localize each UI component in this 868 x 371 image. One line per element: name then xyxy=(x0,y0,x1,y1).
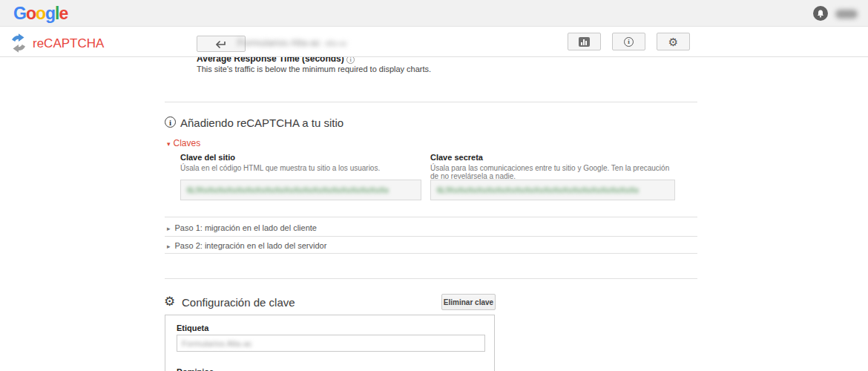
gear-icon: ⚙ xyxy=(164,295,175,308)
recaptcha-wordmark[interactable]: reCAPTCHA xyxy=(33,36,104,51)
step-2-label: Paso 2: integración en el lado del servi… xyxy=(175,241,327,250)
keys-toggle-label: Claves xyxy=(174,138,201,148)
divider xyxy=(165,278,697,279)
divider xyxy=(165,236,697,237)
user-avatar[interactable] xyxy=(835,10,858,19)
google-logo[interactable]: Google xyxy=(13,4,68,24)
recaptcha-logo-icon xyxy=(9,33,28,53)
google-logo-letter: o xyxy=(36,4,45,24)
analytics-button[interactable] xyxy=(568,33,601,50)
etiqueta-value: Formularios Alta-ac xyxy=(182,339,252,348)
secret-key-description: Úsala para las comunicaciones entre tu s… xyxy=(430,164,680,180)
google-logo-letter: G xyxy=(13,4,26,24)
dominios-label: Dominios xyxy=(177,367,214,371)
step-1-accordion[interactable]: ▸Paso 1: migración en el lado del client… xyxy=(167,223,317,232)
chevron-right-icon: ▸ xyxy=(167,243,171,250)
step-2-accordion[interactable]: ▸Paso 2: integración en el lado del serv… xyxy=(167,241,326,250)
info-button[interactable]: i xyxy=(612,33,645,50)
step-1-label: Paso 1: migración en el lado del cliente xyxy=(175,223,317,232)
site-key-description: Úsala en el código HTML que muestra tu s… xyxy=(180,164,421,172)
info-icon: i xyxy=(165,116,176,128)
chevron-down-icon: ▾ xyxy=(167,140,171,148)
chart-empty-message: This site's traffic is below the minimum… xyxy=(197,65,431,73)
etiqueta-label: Etiqueta xyxy=(177,324,208,332)
adding-section-heading: Añadiendo reCAPTCHA a tu sitio xyxy=(180,116,343,129)
divider xyxy=(165,253,697,254)
keys-toggle[interactable]: ▾Claves xyxy=(167,138,200,148)
notifications-button[interactable] xyxy=(813,6,828,21)
divider xyxy=(165,102,697,102)
google-logo-letter: g xyxy=(45,4,55,24)
divider xyxy=(165,217,697,217)
secret-key-value: 6LfXxXxXxXxXxXxXxXxXxXxXxXxXxXxXxXxXxXxX… xyxy=(437,186,639,194)
chevron-right-icon: ▸ xyxy=(167,225,171,232)
site-subtitle: alta-ac xyxy=(325,39,347,47)
back-arrow-icon xyxy=(215,39,227,48)
site-key-value: 6LfXxXxXxXxXxXxXxXxXxXxXxXxXxXxXxXxXxXxX… xyxy=(187,186,389,194)
secret-key-value-box[interactable]: 6LfXxXxXxXxXxXxXxXxXxXxXxXxXxXxXxXxXxXxX… xyxy=(430,180,675,200)
config-section-heading: Configuración de clave xyxy=(182,296,295,309)
site-key-value-box[interactable]: 6LfXxXxXxXxXxXxXxXxXxXxXxXxXxXxXxXxXxXxX… xyxy=(180,180,421,200)
google-topbar: Google xyxy=(0,0,868,27)
gear-icon: ⚙ xyxy=(668,36,678,47)
site-title: Formularios Alta-ac xyxy=(237,37,320,48)
bell-icon xyxy=(817,10,824,18)
site-key-label: Clave del sitio xyxy=(180,153,235,162)
settings-button[interactable]: ⚙ xyxy=(657,33,690,50)
google-logo-letter: o xyxy=(26,4,36,24)
bar-chart-icon xyxy=(579,37,590,47)
secret-key-label: Clave secreta xyxy=(430,153,483,162)
google-logo-letter: e xyxy=(59,4,68,24)
delete-key-button[interactable]: Eliminar clave xyxy=(441,294,496,310)
info-icon: i xyxy=(624,37,634,47)
key-config-panel: Etiqueta Formularios Alta-ac Dominios xyxy=(165,315,495,371)
recaptcha-appbar: reCAPTCHA Formularios Alta-ac alta-ac xyxy=(0,27,868,57)
etiqueta-input[interactable]: Formularios Alta-ac xyxy=(177,335,485,352)
recaptcha-admin-page: Average Response Time (seconds) i This s… xyxy=(0,0,868,371)
